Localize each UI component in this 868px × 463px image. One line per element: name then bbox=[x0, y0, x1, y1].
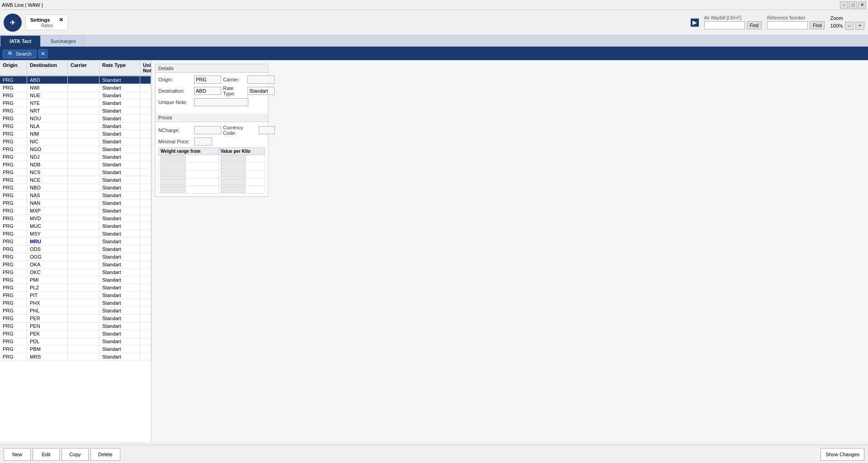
cell-rate-type: Standart bbox=[100, 207, 140, 214]
tab-bar: IATA Tact Surcharges bbox=[0, 35, 868, 47]
air-waybill-input[interactable] bbox=[704, 21, 745, 29]
zoom-plus-button[interactable]: + bbox=[855, 22, 864, 30]
value-per-kilo-input[interactable] bbox=[221, 186, 246, 193]
destination-input[interactable] bbox=[194, 87, 221, 95]
nav-arrow-button[interactable]: ▶ bbox=[691, 19, 699, 27]
col-unique-note[interactable]: Unique Note bbox=[140, 61, 152, 75]
table-row[interactable]: PRG NIM Standart bbox=[0, 130, 151, 138]
weight-from-input[interactable] bbox=[161, 179, 185, 185]
table-row[interactable]: PRG OGG Standart bbox=[0, 253, 151, 261]
table-row[interactable]: PRG OKC Standart bbox=[0, 269, 151, 276]
table-row[interactable]: PRG OKA Standart bbox=[0, 261, 151, 269]
close-search-button[interactable]: ✕ bbox=[38, 49, 47, 58]
table-row[interactable]: PRG PLZ Standart bbox=[0, 284, 151, 292]
minimal-price-input[interactable] bbox=[194, 137, 212, 146]
new-button[interactable]: New bbox=[4, 448, 31, 461]
carrier-input[interactable] bbox=[247, 76, 275, 84]
rate-type-input[interactable] bbox=[247, 87, 275, 95]
table-row[interactable]: PRG ODS Standart bbox=[0, 246, 151, 253]
maximize-button[interactable]: □ bbox=[849, 1, 857, 9]
table-row[interactable]: PRG NOU Standart bbox=[0, 115, 151, 123]
table-row[interactable]: PRG NTE Standart bbox=[0, 99, 151, 107]
unique-note-input[interactable] bbox=[194, 98, 248, 106]
cell-carrier bbox=[68, 353, 100, 360]
cell-unique-note bbox=[140, 123, 151, 130]
cell-carrier bbox=[68, 307, 100, 314]
rate-type-label: Rate Type: bbox=[223, 85, 246, 96]
minimize-button[interactable]: – bbox=[840, 1, 848, 9]
cell-destination: ABD bbox=[27, 76, 68, 84]
table-row[interactable]: PRG NDB Standart bbox=[0, 161, 151, 169]
cell-unique-note bbox=[140, 115, 151, 122]
bottom-toolbar: New Edit Copy Delete Show Changes bbox=[0, 445, 868, 463]
table-row[interactable]: PRG PBM Standart bbox=[0, 345, 151, 353]
table-row[interactable]: PRG PEN Standart bbox=[0, 322, 151, 330]
weight-from-input[interactable] bbox=[161, 171, 185, 177]
copy-button[interactable]: Copy bbox=[62, 448, 89, 461]
weight-from-input[interactable] bbox=[161, 156, 185, 162]
cell-carrier bbox=[68, 184, 100, 191]
table-row[interactable]: PRG NAN Standart bbox=[0, 199, 151, 207]
zoom-minus-button[interactable]: – bbox=[845, 22, 854, 30]
value-per-kilo-input[interactable] bbox=[221, 156, 246, 162]
table-row[interactable]: PRG MVD Standart bbox=[0, 215, 151, 222]
cell-carrier bbox=[68, 146, 100, 153]
table-row[interactable]: PRG NCS Standart bbox=[0, 169, 151, 176]
table-row[interactable]: PRG NIC Standart bbox=[0, 138, 151, 146]
table-row[interactable]: PRG NCE Standart bbox=[0, 176, 151, 184]
search-bar: 🔍 Search ✕ bbox=[0, 47, 868, 60]
table-row[interactable]: PRG MRU Standart bbox=[0, 238, 151, 246]
tab-iata-tact[interactable]: IATA Tact bbox=[0, 35, 41, 47]
details-box: Details Origin: Carrier: Destination: Ra… bbox=[155, 64, 268, 197]
show-changes-button[interactable]: Show Changes bbox=[821, 448, 864, 461]
settings-close-button[interactable]: ✕ bbox=[59, 17, 63, 23]
weight-from-input[interactable] bbox=[161, 186, 185, 193]
table-row[interactable]: PRG PHL Standart bbox=[0, 307, 151, 315]
col-carrier[interactable]: Carrier bbox=[68, 61, 100, 75]
table-row[interactable]: PRG NWI Standart bbox=[0, 84, 151, 92]
minimal-price-label: Minimal Price: bbox=[158, 139, 192, 144]
value-per-kilo-input[interactable] bbox=[221, 179, 246, 185]
table-row[interactable]: PRG PEK Standart bbox=[0, 330, 151, 338]
cell-carrier bbox=[68, 176, 100, 184]
toolbar-left: New Edit Copy Delete bbox=[4, 448, 120, 461]
table-row[interactable]: PRG NLA Standart bbox=[0, 123, 151, 130]
table-row[interactable]: PRG MUC Standart bbox=[0, 222, 151, 230]
table-row[interactable]: PRG ABD Standart bbox=[0, 76, 151, 84]
value-per-kilo-input[interactable] bbox=[221, 163, 246, 170]
reference-number-input[interactable] bbox=[767, 21, 808, 29]
currency-code-input[interactable] bbox=[259, 126, 275, 134]
table-row[interactable]: PRG MXP Standart bbox=[0, 207, 151, 215]
value-per-kilo-input[interactable] bbox=[221, 171, 246, 177]
col-rate-type[interactable]: Rate Type bbox=[100, 61, 140, 75]
cell-unique-note bbox=[140, 199, 151, 207]
reference-find-button[interactable]: Find bbox=[810, 21, 825, 29]
table-row[interactable]: PRG PHX Standart bbox=[0, 299, 151, 307]
close-window-button[interactable]: ✕ bbox=[858, 1, 866, 9]
table-row[interactable]: PRG NBO Standart bbox=[0, 184, 151, 192]
table-row[interactable]: PRG PMI Standart bbox=[0, 276, 151, 284]
cell-unique-note bbox=[140, 207, 151, 214]
origin-input[interactable] bbox=[194, 76, 221, 84]
edit-button[interactable]: Edit bbox=[33, 448, 60, 461]
table-row[interactable]: PRG PER Standart bbox=[0, 315, 151, 322]
col-origin[interactable]: Origin bbox=[0, 61, 27, 75]
table-row[interactable]: PRG NDJ Standart bbox=[0, 153, 151, 161]
table-row[interactable]: PRG NRT Standart bbox=[0, 107, 151, 115]
cell-destination: NDJ bbox=[27, 153, 68, 161]
table-row[interactable]: PRG MRS Standart bbox=[0, 353, 151, 361]
air-waybill-find-button[interactable]: Find bbox=[747, 21, 762, 29]
weight-from-input[interactable] bbox=[161, 163, 185, 170]
table-row[interactable]: PRG NUE Standart bbox=[0, 92, 151, 99]
search-button[interactable]: 🔍 Search bbox=[3, 50, 37, 58]
table-row[interactable]: PRG MSY Standart bbox=[0, 230, 151, 238]
col-destination[interactable]: Destination bbox=[27, 61, 68, 75]
cell-carrier bbox=[68, 269, 100, 276]
table-row[interactable]: PRG NGO Standart bbox=[0, 146, 151, 153]
delete-button[interactable]: Delete bbox=[90, 448, 120, 461]
ncharge-input[interactable] bbox=[194, 126, 221, 134]
table-row[interactable]: PRG PDL Standart bbox=[0, 338, 151, 345]
table-row[interactable]: PRG NAS Standart bbox=[0, 192, 151, 199]
table-row[interactable]: PRG PIT Standart bbox=[0, 292, 151, 299]
tab-surcharges[interactable]: Surcharges bbox=[41, 35, 85, 47]
